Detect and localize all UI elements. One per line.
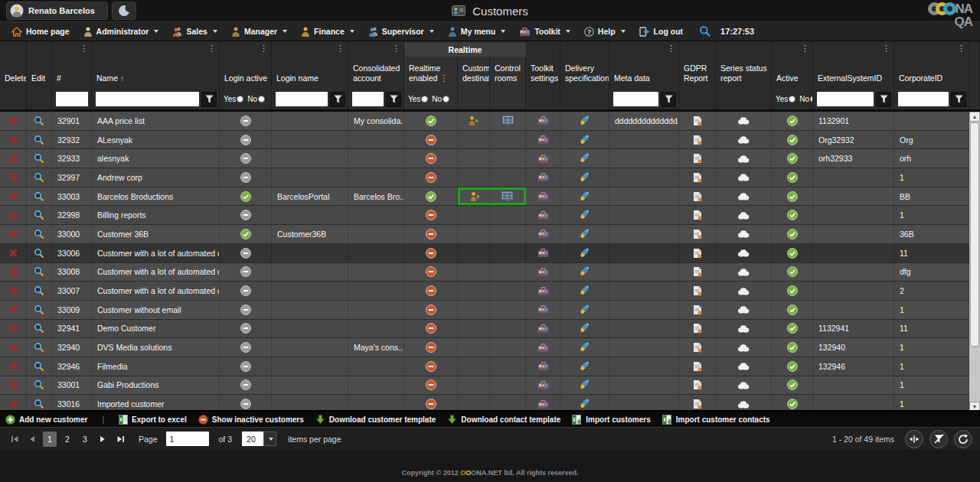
table-row[interactable]: 33016Imported customer1 — [0, 395, 980, 412]
edit-button[interactable] — [27, 131, 52, 149]
filter-ext-funnel-button[interactable] — [876, 92, 891, 107]
series-status-report-button[interactable] — [716, 187, 772, 206]
toolkit-settings-button[interactable] — [526, 149, 560, 168]
delivery-specifications-button[interactable] — [560, 301, 609, 319]
toolkit-settings-button[interactable] — [526, 225, 560, 243]
menu-item-administrator[interactable]: Administrator — [77, 22, 166, 41]
filter-consolidated-input[interactable] — [352, 92, 384, 106]
series-status-report-button[interactable] — [716, 112, 772, 130]
filter-corp-input[interactable] — [898, 92, 949, 106]
filter-name-input[interactable] — [96, 92, 199, 106]
column-menu-icon[interactable]: ⋮ — [957, 44, 965, 53]
filter-num-input[interactable] — [56, 92, 88, 106]
edit-button[interactable] — [27, 338, 52, 357]
toolkit-settings-button[interactable] — [526, 112, 560, 130]
table-row[interactable]: 33008Customer with a lot of automated d.… — [0, 263, 980, 282]
column-menu-icon[interactable]: ⋮ — [207, 44, 216, 53]
table-row[interactable]: 33006Customer with a lot of automated d.… — [0, 244, 980, 263]
control-rooms-button[interactable] — [490, 112, 526, 130]
filter-name-funnel-button[interactable] — [201, 92, 217, 107]
menu-item-home-page[interactable]: Home page — [5, 22, 77, 41]
table-row[interactable]: 32932ALesnyakOrg32932Org — [0, 131, 980, 150]
delete-button[interactable] — [0, 320, 27, 338]
menu-item-sales[interactable]: Sales — [165, 22, 224, 41]
toolkit-settings-button[interactable] — [526, 131, 560, 149]
edit-button[interactable] — [27, 282, 52, 300]
gdpr-report-button[interactable] — [679, 225, 716, 243]
menu-item-help[interactable]: ?Help — [577, 22, 632, 41]
customer-destinations-button[interactable] — [458, 112, 490, 130]
delete-button[interactable] — [0, 187, 27, 206]
gdpr-report-button[interactable] — [679, 244, 716, 262]
toolbar-download-contact-template[interactable]: Download contact template — [447, 415, 560, 425]
delivery-specifications-button[interactable] — [560, 357, 609, 376]
series-status-report-button[interactable] — [716, 225, 772, 243]
delivery-specifications-button[interactable] — [560, 112, 609, 130]
delete-button[interactable] — [0, 225, 27, 243]
toolkit-settings-button[interactable] — [526, 320, 560, 338]
series-status-report-button[interactable] — [716, 376, 772, 395]
filter-rt-yes-radio[interactable] — [421, 96, 428, 103]
gdpr-report-button[interactable] — [679, 131, 716, 149]
edit-button[interactable] — [27, 168, 52, 187]
menu-item-finance[interactable]: Finance — [294, 22, 361, 41]
filter-login_name-funnel-button[interactable] — [330, 92, 345, 107]
filter-login_active-yes-radio[interactable] — [237, 96, 243, 103]
toolkit-settings-button[interactable] — [526, 301, 560, 319]
series-status-report-button[interactable] — [716, 301, 772, 319]
series-status-report-button[interactable] — [716, 338, 772, 357]
series-status-report-button[interactable] — [716, 263, 772, 282]
filter-corp-funnel-button[interactable] — [951, 92, 966, 107]
menu-item-toolkit[interactable]: Toolkit — [512, 22, 577, 41]
delivery-specifications-button[interactable] — [560, 282, 609, 300]
toolkit-settings-button[interactable] — [526, 282, 560, 300]
vertical-scrollbar[interactable]: ▲ ▼ — [969, 112, 980, 412]
toolbar-download-customer-template[interactable]: Download customer template — [315, 415, 436, 425]
toolkit-settings-button[interactable] — [526, 244, 560, 262]
delete-button[interactable] — [0, 206, 27, 224]
delete-button[interactable] — [0, 338, 27, 357]
delete-button[interactable] — [0, 282, 27, 300]
edit-button[interactable] — [27, 301, 52, 319]
toolkit-settings-button[interactable] — [526, 168, 560, 187]
delivery-specifications-button[interactable] — [560, 244, 609, 262]
delete-button[interactable] — [0, 301, 27, 319]
delivery-specifications-button[interactable] — [560, 225, 609, 243]
filter-active-yes-radio[interactable] — [789, 96, 795, 103]
delivery-specifications-button[interactable] — [560, 338, 609, 357]
delivery-specifications-button[interactable] — [560, 263, 609, 282]
column-menu-icon[interactable]: ⋮ — [80, 44, 88, 53]
toolkit-settings-button[interactable] — [526, 357, 560, 376]
toolkit-settings-button[interactable] — [526, 263, 560, 282]
column-menu-icon[interactable]: ⋮ — [260, 44, 268, 53]
gdpr-report-button[interactable] — [679, 338, 716, 357]
menu-item-manager[interactable]: Manager — [224, 22, 294, 41]
toolkit-settings-button[interactable] — [526, 206, 560, 224]
customer-destinations-button[interactable] — [458, 187, 490, 206]
series-status-report-button[interactable] — [716, 168, 772, 187]
scrollbar-track[interactable] — [969, 122, 980, 402]
fit-columns-button[interactable] — [905, 430, 923, 448]
next-page-button[interactable] — [96, 432, 109, 446]
series-status-report-button[interactable] — [716, 395, 772, 412]
table-row[interactable]: 33001Gabi Productions1 — [0, 376, 980, 396]
page-size-select[interactable]: 20 — [242, 432, 276, 446]
edit-button[interactable] — [27, 149, 52, 168]
delivery-specifications-button[interactable] — [560, 168, 609, 187]
delete-button[interactable] — [0, 112, 27, 130]
delivery-specifications-button[interactable] — [560, 149, 609, 168]
delivery-specifications-button[interactable] — [560, 320, 609, 338]
delete-button[interactable] — [0, 395, 27, 412]
gdpr-report-button[interactable] — [679, 263, 716, 282]
table-row[interactable]: 33003Barcelos BroductionsBarcelosPortalB… — [0, 187, 980, 207]
gdpr-report-button[interactable] — [679, 320, 716, 338]
refresh-button[interactable] — [954, 430, 972, 448]
edit-button[interactable] — [27, 225, 52, 243]
toolkit-settings-button[interactable] — [526, 187, 560, 206]
table-row[interactable]: 32940DVS Media solutionsMaya's cons...13… — [0, 338, 980, 357]
toolbar-import-customers[interactable]: Import customers — [572, 415, 650, 425]
menu-item-my-menu[interactable]: My menu — [441, 22, 513, 41]
filter-ext-input[interactable] — [817, 92, 874, 106]
delete-button[interactable] — [0, 357, 27, 376]
series-status-report-button[interactable] — [716, 282, 772, 300]
